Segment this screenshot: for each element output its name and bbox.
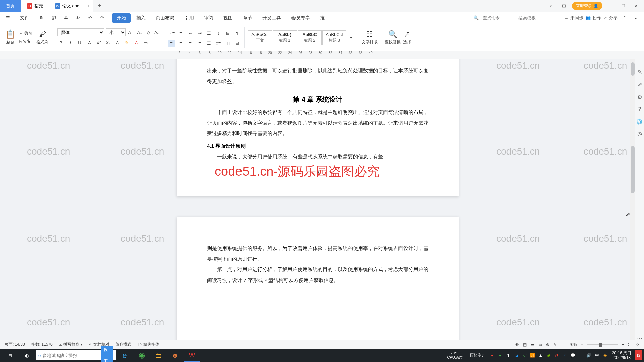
hamburger-icon[interactable]: ☰ [3, 13, 13, 23]
tray-nvidia-icon[interactable]: ◉ [545, 350, 552, 360]
view-web-icon[interactable]: ▭ [538, 342, 542, 347]
tab-home[interactable]: 首页 [0, 0, 21, 12]
zoom-out-button[interactable]: − [581, 342, 583, 347]
select-button[interactable]: ⬀选择 [403, 30, 411, 45]
page[interactable]: 出来，对于一些阶段性数据，可以进行批量删除，以此达到轻负荷处理数据的目标，让本系… [177, 59, 459, 196]
clear-format-icon[interactable]: ◇ [145, 29, 152, 36]
border-icon[interactable]: ⊞ [233, 40, 241, 47]
tray-icon[interactable]: ⬆ [505, 350, 512, 360]
shrink-font-icon[interactable]: A↓ [136, 29, 143, 36]
align-right-icon[interactable]: ≡ [186, 40, 194, 47]
layout-mode-icon[interactable]: ⎚ [546, 1, 556, 11]
page[interactable]: 则是使用系统提供的服务。所以，为了改善用户体验，提高系统的使用率，在对系统界面设… [177, 217, 459, 345]
bold-button[interactable]: B [57, 39, 65, 46]
missing-font-button[interactable]: T? 缺失字体 [138, 342, 159, 347]
share-label[interactable]: 分享 [609, 15, 618, 21]
style-heading1[interactable]: AaBb(标题 1 [273, 30, 297, 45]
tab-dropdown-icon[interactable]: ▫ [88, 3, 90, 8]
redo-icon[interactable]: ↷ [97, 13, 107, 23]
tray-icon[interactable]: ▲ [537, 350, 544, 360]
underline-button[interactable]: U [76, 39, 84, 46]
document-area[interactable]: code51.cn code51.cn code51.cn code51.cn … [0, 59, 635, 345]
doc-heading-section[interactable]: 4.1 界面设计原则 [207, 143, 428, 149]
maximize-button[interactable]: ☐ [619, 1, 628, 11]
zoom-in-button[interactable]: + [622, 342, 624, 347]
task-explorer-icon[interactable]: 🗀 [150, 349, 166, 362]
tab-document[interactable]: W论文.doc▫ [49, 0, 93, 12]
menu-tab-chapter[interactable]: 章节 [238, 13, 257, 23]
best-fit-icon[interactable]: ✧ [636, 342, 639, 347]
menu-tab-reference[interactable]: 引用 [180, 13, 199, 23]
font-size-select[interactable]: 小二 [106, 28, 126, 36]
highlight-button[interactable]: ✎ [123, 39, 130, 46]
scroll-thumb[interactable] [631, 146, 635, 193]
task-360-icon[interactable]: ◉ [133, 349, 150, 362]
styles-gallery[interactable]: AaBbCcI正文 AaBb(标题 1 AaBbC标题 2 AaBbCcI标题 … [248, 30, 355, 45]
vertical-scrollbar[interactable] [630, 59, 635, 345]
tray-ime-icon[interactable]: 中 [593, 350, 601, 360]
align-left-icon[interactable]: ≡ [168, 40, 175, 47]
paragraph-spacing-icon[interactable]: ‡≡ [215, 40, 222, 47]
help-tool-icon[interactable]: ? [638, 106, 641, 112]
tray-bluetooth-icon[interactable]: ᚼ [561, 350, 569, 360]
line-spacing-icon[interactable]: ↕ [215, 29, 222, 37]
align-distribute-icon[interactable]: ☰ [205, 40, 213, 47]
find-replace-button[interactable]: 🔍查找替换 [385, 30, 401, 45]
scroll-thumb[interactable] [631, 62, 635, 76]
undo-icon[interactable]: ↶ [85, 13, 95, 23]
taskbar-search[interactable]: e 搜一下 [36, 350, 116, 360]
strike-button[interactable]: A̶ [86, 39, 93, 46]
italic-button[interactable]: I [67, 39, 74, 46]
view-outline-icon[interactable]: ☰ [531, 342, 534, 347]
menu-tab-review[interactable]: 审阅 [199, 13, 218, 23]
print-icon[interactable]: 🖶 [61, 13, 70, 23]
copilot-icon[interactable]: ◐ [19, 349, 35, 362]
align-center-icon[interactable]: ≡ [177, 40, 184, 47]
indent-icon[interactable]: ⇥ [196, 29, 203, 37]
search-command-input[interactable] [481, 14, 514, 21]
start-button[interactable]: ⊞ [2, 349, 18, 362]
tray-icon[interactable]: ◉ [601, 350, 609, 360]
grow-font-icon[interactable]: A↑ [127, 29, 135, 36]
style-normal[interactable]: AaBbCcI正文 [248, 30, 272, 45]
styles-more-icon[interactable]: ▾ [347, 34, 355, 41]
taskbar-clock[interactable]: 20:16 周日 2022/9/18 [609, 351, 634, 360]
menu-tab-view[interactable]: 视图 [219, 13, 237, 23]
doc-paragraph[interactable]: 则是使用系统提供的服务。所以，为了改善用户体验，提高系统的使用率，在对系统界面设… [207, 243, 428, 264]
text-effect-button[interactable]: A [114, 39, 121, 46]
search-icon[interactable]: 🔍 [473, 15, 479, 20]
expand-up-icon[interactable]: ⌃ [620, 13, 629, 23]
sort-icon[interactable]: ☰ [205, 29, 213, 37]
tray-icon[interactable]: 💬 [569, 350, 577, 360]
style-heading2[interactable]: AaBbC标题 2 [298, 30, 322, 45]
view-page-icon[interactable]: ▤ [523, 342, 527, 347]
share-icon[interactable]: ↗ [603, 15, 607, 20]
copy-button[interactable]: ⎘复制 [19, 38, 32, 45]
menu-tab-more[interactable]: 推 [315, 13, 329, 23]
close-button[interactable]: ✕ [631, 1, 641, 11]
material-tool-icon[interactable]: 🧊 [636, 118, 643, 125]
grid-apps-icon[interactable]: ⊞ [559, 1, 569, 11]
menu-tab-start[interactable]: 开始 [112, 13, 131, 23]
tray-icon[interactable]: ◔ [553, 350, 560, 360]
save-icon[interactable]: 🗎 [37, 13, 46, 23]
word-count[interactable]: 字数: 11570 [31, 342, 53, 347]
menu-tab-insert[interactable]: 插入 [131, 13, 150, 23]
coop-label[interactable]: 协作 [593, 15, 601, 21]
doc-paragraph[interactable]: 第一点，对用户进行分析，了解用户使用系统的目的，以及使用系统的方式，考虑大部分用… [207, 264, 428, 286]
eye-protect-icon[interactable]: 👁 [515, 342, 519, 347]
menu-tab-member[interactable]: 会员专享 [286, 13, 315, 23]
change-case-icon[interactable]: Aa [153, 29, 161, 36]
tab-new-button[interactable]: + [93, 2, 106, 9]
search-template-input[interactable] [516, 14, 550, 21]
doc-paragraph[interactable]: 一般来说，大部分用户使用系统，有些是想从系统中获取需要的信息，有些 [207, 152, 428, 162]
char-border-button[interactable]: ▭ [142, 39, 149, 46]
zoom-level[interactable]: 70% [569, 342, 577, 347]
view-read-icon[interactable]: ⊕ [546, 342, 549, 347]
doc-paragraph[interactable]: 出来，对于一些阶段性数据，可以进行批量删除，以此达到轻负荷处理数据的目标，让本系… [207, 66, 428, 87]
zoom-slider[interactable] [587, 344, 618, 345]
tray-wifi-icon[interactable]: 📶 [529, 350, 536, 360]
number-list-icon[interactable]: ≡ [177, 29, 184, 37]
pagination-icon[interactable]: ⊞ [224, 29, 231, 37]
cut-button[interactable]: ✂剪切 [19, 30, 32, 37]
